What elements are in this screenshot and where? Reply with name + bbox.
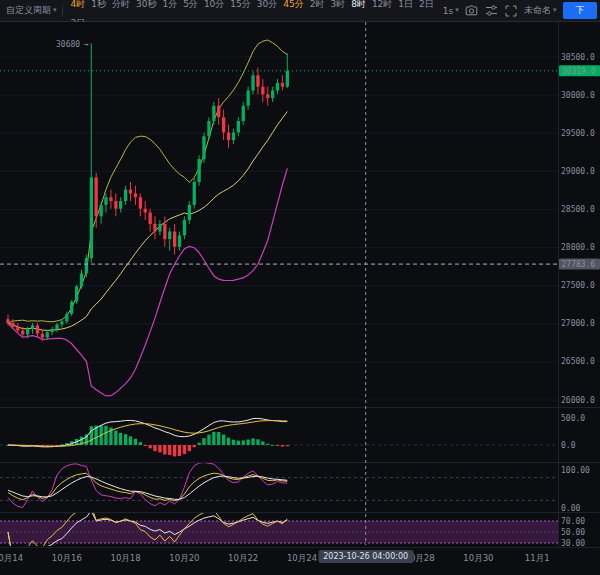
custom-period-dropdown[interactable]: 自定义周期 ▾ — [6, 4, 57, 17]
timeframe-12时[interactable]: 12时 — [369, 0, 395, 9]
layout-name-dropdown[interactable]: 未命名 ▾ — [524, 4, 557, 17]
timeframe-45分[interactable]: 45分 — [280, 0, 306, 9]
crosshair-time-label: 2023-10-26 04:00:00 — [318, 550, 413, 563]
timeframe-分时[interactable]: 分时 — [109, 0, 133, 9]
time-axis-label: 10月30 — [463, 553, 493, 565]
timeframe-2时[interactable]: 2时 — [307, 0, 328, 9]
seconds-interval-label: 1s — [443, 6, 453, 16]
timeframe-1秒[interactable]: 1秒 — [88, 0, 109, 9]
chevron-down-icon: ▾ — [455, 7, 459, 14]
time-axis-label: 10月18 — [111, 553, 141, 565]
camera-icon[interactable] — [465, 3, 479, 18]
timeframe-30分[interactable]: 30分 — [254, 0, 280, 9]
arrow-right-icon: → — [84, 40, 89, 49]
seconds-interval-button[interactable]: 1s ▾ — [443, 6, 459, 16]
trading-app-window: 自定义周期 ▾ 4时1秒分时30秒1分5分10分15分30分45分2时3时8时1… — [0, 0, 600, 575]
time-axis-label: 10月16 — [52, 553, 82, 565]
toolbar-right-group: 1s ▾ 未命名 ▾ 下单 — [443, 2, 600, 19]
layout-name-label: 未命名 — [524, 4, 551, 17]
toolbar-divider — [62, 5, 63, 17]
chevron-down-icon: ▾ — [553, 7, 557, 14]
chart-background — [0, 22, 600, 547]
timeframe-5分[interactable]: 5分 — [180, 0, 201, 9]
time-axis-label: 10月14 — [0, 553, 23, 565]
chart-canvas[interactable]: 30680→30500.030000.029500.029000.028500.… — [0, 22, 600, 547]
timeframe-15分[interactable]: 15分 — [227, 0, 253, 9]
settings-icon[interactable] — [485, 3, 499, 18]
time-axis-label: 10月20 — [169, 553, 199, 565]
timeframe-4时[interactable]: 4时 — [67, 0, 88, 9]
timeframe-1分[interactable]: 1分 — [159, 0, 180, 9]
timeframe-10分[interactable]: 10分 — [201, 0, 227, 9]
time-axis-label: 11月1 — [525, 553, 550, 565]
timeframe-8时[interactable]: 8时 — [348, 0, 369, 9]
timeframe-1日[interactable]: 1日 — [395, 0, 416, 9]
expand-icon[interactable] — [504, 3, 518, 18]
top-toolbar: 自定义周期 ▾ 4时1秒分时30秒1分5分10分15分30分45分2时3时8时1… — [0, 0, 600, 22]
spike-price-annotation[interactable]: 30680 — [56, 40, 80, 49]
chevron-down-icon: ▾ — [53, 7, 57, 14]
time-axis-label: 10月22 — [228, 553, 258, 565]
time-axis[interactable]: 10月1410月1610月1810月2010月2210月2410月2810月30… — [0, 547, 600, 575]
custom-period-label: 自定义周期 — [6, 4, 51, 17]
time-axis-label: 10月24 — [287, 553, 317, 565]
timeframe-3时[interactable]: 3时 — [327, 0, 348, 9]
place-order-button[interactable]: 下单 — [563, 2, 597, 19]
price-axis[interactable] — [558, 22, 600, 547]
rsi-band — [0, 521, 558, 543]
chart-area: 30680→30500.030000.029500.029000.028500.… — [0, 22, 600, 547]
timeframe-30秒[interactable]: 30秒 — [133, 0, 159, 9]
timeframe-2日[interactable]: 2日 — [416, 0, 437, 9]
